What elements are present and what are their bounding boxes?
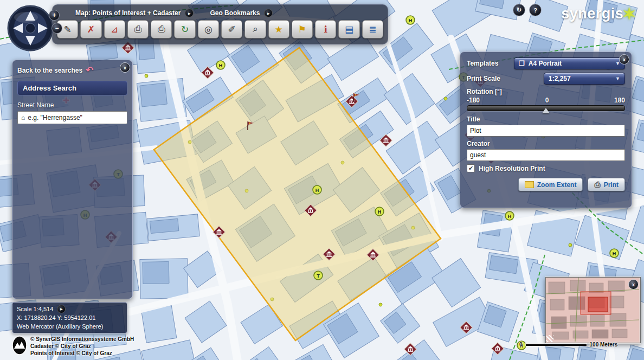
synergis-logo: synergis ✶ — [561, 4, 636, 23]
address-search-panel: x Back to the searches ↶ Address Search … — [12, 60, 133, 299]
pen-icon: ✐ — [228, 24, 235, 35]
scale-bar: 0 100 Meters — [519, 342, 617, 348]
geo-bookmarks-label[interactable]: Geo Bookmarks — [210, 9, 260, 17]
creator-label: Creator — [467, 140, 625, 147]
template-dropdown[interactable]: ❐ A4 Portrait ▼ — [514, 57, 625, 69]
high-resolution-checkbox-row[interactable]: ✔ High Resolution Print — [467, 164, 625, 172]
extent-icon — [525, 181, 534, 188]
share-button: ↻ — [513, 4, 525, 16]
copyright-block: © SynerGIS Informationssysteme GmbH Cada… — [12, 336, 134, 357]
rotation-slider[interactable] — [467, 105, 625, 111]
printer-icon: ⎙ — [158, 24, 165, 35]
print-scale-dropdown[interactable]: 1:2,257 ▼ — [544, 73, 625, 85]
street-name-label: Street Name — [17, 101, 127, 109]
rotation-label: Rotation [°] — [467, 88, 625, 95]
measure-tool[interactable]: ⊿ — [104, 20, 125, 38]
overview-minimap — [546, 278, 639, 342]
share-icon: ↻ — [517, 7, 521, 14]
street-name-placeholder: e.g. "Herrengasse" — [28, 114, 82, 121]
poi-tram-stop-marker[interactable] — [314, 271, 323, 280]
tool-button-row: ✎ ✗ ⊿ ⎙ ⎙ ↻ ◎ ✐ ⌕ ★ ⚑ ℹ ▤ ≣ — [57, 20, 383, 38]
poi-hydrant-marker[interactable] — [505, 211, 514, 220]
measure-icon: ⊿ — [111, 24, 118, 35]
address-search-title: Address Search — [17, 81, 127, 95]
top-toolbar: Map: Points of Interest + Cadaster ▶ Geo… — [52, 4, 388, 44]
scale-bar-zero: 0 — [519, 342, 523, 348]
delete-sketch-tool[interactable]: ✗ — [80, 20, 101, 38]
geo-bookmarks-expand-icon[interactable]: ▶ — [264, 9, 273, 17]
chevron-down-icon: ▼ — [615, 76, 620, 81]
close-search-panel-button[interactable]: x — [120, 62, 130, 73]
draw-tool[interactable]: ✐ — [221, 20, 242, 38]
close-print-panel-button[interactable]: x — [619, 54, 629, 65]
bookmark-flag-tool[interactable]: ⚑ — [292, 20, 313, 38]
scale-expand-icon[interactable]: ▶ — [57, 305, 66, 313]
house-icon: ⌂ — [21, 114, 25, 121]
poi-hydrant-marker[interactable] — [406, 16, 415, 24]
zoom-in-button[interactable]: + — [49, 10, 60, 21]
rotation-max-label: 180 — [614, 97, 625, 104]
flag-icon: ⚑ — [298, 24, 306, 35]
poi-hydrant-marker[interactable] — [313, 185, 321, 194]
scale-bar-line — [526, 344, 587, 346]
creator-input[interactable]: guest — [467, 149, 625, 161]
title-input[interactable]: Plot — [467, 125, 625, 137]
scale-bar-distance: 100 Meters — [590, 342, 618, 348]
zoom-search-tool[interactable]: ⌕ — [244, 20, 266, 38]
crosshair-icon: ◎ — [204, 24, 212, 35]
coordinate-readout: X: 1718820.24 Y: 5954122.01 — [17, 313, 123, 322]
magnifier-icon: ⌕ — [253, 24, 258, 35]
map-selector-label[interactable]: Map: Points of Interest + Cadaster — [75, 9, 181, 17]
help-button: ? — [529, 4, 542, 16]
zoom-out-button[interactable]: − — [51, 23, 62, 34]
projection-readout: Web Mercator (Auxiliary Sphere) — [17, 322, 123, 331]
poi-hydrant-marker[interactable] — [610, 249, 619, 258]
refresh-extent-tool[interactable]: ↻ — [174, 20, 195, 38]
rotation-slider-handle[interactable] — [542, 108, 550, 113]
refresh-icon: ↻ — [181, 24, 189, 35]
copyright-line: Cadaster © City of Graz — [30, 343, 134, 350]
edit-icon: ✎ — [64, 24, 72, 35]
print-frame-tool[interactable]: ⎙ — [127, 20, 149, 38]
back-to-searches-link[interactable]: Back to the searches — [17, 67, 82, 74]
rotation-min-label: -180 — [467, 97, 480, 104]
zoom-extent-button-label: Zoom Extent — [537, 181, 577, 189]
title-label: Title — [467, 115, 625, 123]
template-selected-value: A4 Portrait — [529, 60, 562, 67]
map-selector-expand-icon[interactable]: ▶ — [185, 9, 194, 17]
overview-map-inset[interactable]: x — [545, 277, 641, 343]
star-icon: ★ — [275, 24, 283, 35]
templates-label: Templates — [467, 60, 498, 67]
print-frame-icon: ⎙ — [134, 24, 142, 35]
street-name-input[interactable]: ⌂ e.g. "Herrengasse" — [17, 111, 127, 124]
info-icon: ℹ — [324, 24, 327, 35]
poi-hydrant-marker[interactable] — [375, 207, 384, 216]
print-button-label: Print — [604, 181, 619, 189]
document-icon: ❐ — [519, 60, 525, 67]
high-resolution-label: High Resolution Print — [479, 165, 545, 172]
table-tool[interactable]: ≣ — [362, 20, 383, 38]
table-icon: ≣ — [369, 24, 376, 35]
copyright-line: Points of Interest © City of Graz — [30, 350, 134, 357]
print-tool[interactable]: ⎙ — [151, 20, 172, 38]
info-tool[interactable]: ℹ — [315, 20, 336, 38]
map-application: H T — [0, 0, 644, 360]
zoom-extent-button[interactable]: Zoom Extent — [518, 178, 583, 191]
delete-icon: ✗ — [87, 24, 95, 35]
print-panel: x Templates ❐ A4 Portrait ▼ Print Scale … — [460, 52, 632, 208]
highlight-tool[interactable]: ★ — [268, 20, 289, 38]
synergis-mountain-logo — [12, 336, 27, 355]
layers-tool[interactable]: ▤ — [338, 20, 359, 38]
checkbox-checked-icon[interactable]: ✔ — [467, 164, 475, 172]
locate-tool[interactable]: ◎ — [198, 20, 219, 38]
close-overview-button[interactable]: x — [628, 279, 639, 290]
poi-hydrant-marker[interactable] — [216, 61, 225, 69]
scale-readout: Scale 1:4,514 — [17, 305, 53, 313]
print-scale-label: Print Scale — [467, 75, 500, 82]
back-arrow-icon[interactable]: ↶ — [86, 65, 93, 76]
overview-extent-rectangle[interactable] — [588, 297, 608, 312]
logo-text: synergis — [561, 5, 623, 22]
pan-compass-control[interactable] — [7, 4, 54, 52]
print-scale-selected-value: 1:2,257 — [549, 75, 571, 82]
print-button[interactable]: ⎙ Print — [588, 178, 625, 191]
